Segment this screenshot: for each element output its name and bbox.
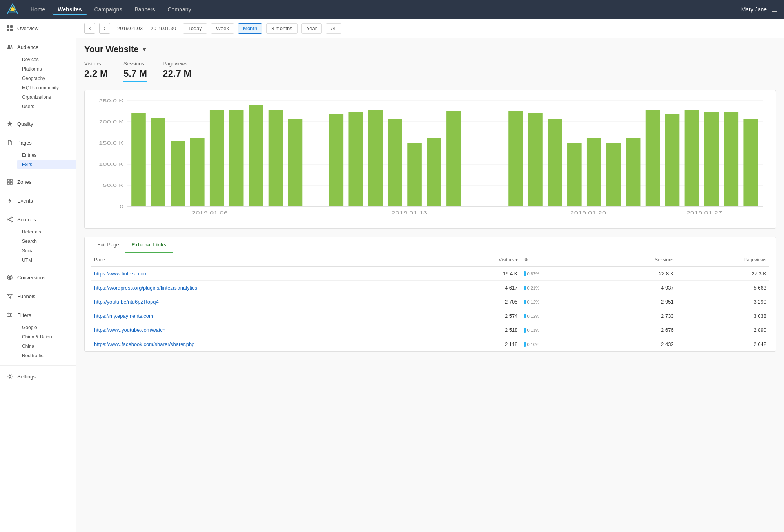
svg-rect-49	[249, 105, 263, 206]
sidebar-item-zones[interactable]: Zones	[0, 175, 76, 189]
svg-rect-57	[427, 138, 441, 206]
cell-page[interactable]: https://wordpress.org/plugins/finteza-an…	[91, 281, 440, 295]
tab-external-links[interactable]: External Links	[125, 237, 173, 253]
sidebar-sub-referrals[interactable]: Referrals	[17, 227, 76, 237]
nav-home[interactable]: Home	[25, 4, 51, 15]
svg-text:2019.01.13: 2019.01.13	[391, 210, 427, 215]
sidebar-item-settings[interactable]: Settings	[0, 369, 76, 384]
cell-page[interactable]: https://www.facebook.com/sharer/sharer.p…	[91, 337, 440, 351]
sidebar-item-pages[interactable]: Pages	[0, 136, 76, 150]
sidebar-sub-utm[interactable]: UTM	[17, 255, 76, 265]
date-prev-button[interactable]: ‹	[84, 23, 95, 34]
sidebar-sub-entries[interactable]: Entries	[17, 150, 76, 160]
sidebar-sub-exits[interactable]: Exits	[17, 160, 76, 169]
svg-text:0: 0	[120, 204, 123, 209]
svg-text:2019.01.27: 2019.01.27	[686, 210, 722, 215]
sidebar-sub-red-traffic[interactable]: Red traffic	[17, 351, 76, 360]
col-page: Page	[91, 253, 440, 267]
nav-banners[interactable]: Banners	[129, 4, 160, 15]
zap-icon	[6, 197, 13, 204]
svg-line-19	[9, 218, 11, 220]
svg-point-28	[10, 315, 11, 316]
website-header: Your Website ▼	[84, 44, 776, 54]
nav-company[interactable]: Company	[162, 4, 197, 15]
svg-rect-52	[329, 114, 344, 206]
svg-rect-48	[229, 110, 244, 206]
sidebar-item-filters[interactable]: Filters	[0, 308, 76, 322]
sidebar-sub-users[interactable]: Users	[17, 102, 76, 111]
svg-text:100.0 K: 100.0 K	[99, 162, 123, 166]
date-week-button[interactable]: Week	[211, 23, 234, 34]
cell-sessions: 2 951	[596, 295, 677, 309]
tab-exit-page[interactable]: Exit Page	[91, 237, 125, 253]
sidebar-item-quality[interactable]: Quality	[0, 117, 76, 131]
svg-point-3	[11, 7, 15, 11]
chart-area: 250.0 K 200.0 K 150.0 K 100.0 K 50.0 K 0	[91, 97, 769, 222]
sidebar-sub-organizations[interactable]: Organizations	[17, 92, 76, 102]
stat-pageviews[interactable]: Pageviews 22.7 M	[163, 61, 191, 82]
sidebar-item-sources[interactable]: Sources	[0, 212, 76, 226]
svg-rect-11	[7, 179, 9, 181]
sidebar-sub-google[interactable]: Google	[17, 323, 76, 332]
svg-rect-58	[508, 111, 523, 206]
website-dropdown[interactable]: ▼	[142, 46, 147, 52]
sidebar-sub-mql5[interactable]: MQL5.community	[17, 83, 76, 92]
date-month-button[interactable]: Month	[238, 23, 262, 34]
sidebar-item-conversions[interactable]: Conversions	[0, 270, 76, 284]
sidebar-sub-china-baidu[interactable]: China & Baidu	[17, 332, 76, 342]
filters-sub: Google China & Baidu China Red traffic	[0, 322, 76, 361]
svg-rect-13	[7, 182, 9, 184]
settings-icon	[6, 373, 13, 380]
cell-page[interactable]: https://www.finteza.com	[91, 267, 440, 281]
svg-text:50.0 K: 50.0 K	[103, 183, 123, 188]
date-today-button[interactable]: Today	[183, 23, 207, 34]
stat-sessions-label: Sessions	[123, 61, 147, 67]
svg-rect-66	[743, 119, 758, 206]
cell-pageviews: 3 290	[677, 295, 769, 309]
cell-pageviews: 2 642	[677, 337, 769, 351]
date-all-button[interactable]: All	[326, 23, 341, 34]
svg-rect-46	[190, 138, 205, 206]
sidebar-item-overview[interactable]: Overview	[0, 21, 76, 35]
sidebar-sub-china[interactable]: China	[17, 342, 76, 351]
svg-rect-54	[368, 110, 383, 206]
top-navigation: Home Websites Campaigns Banners Company …	[0, 0, 784, 19]
svg-rect-51	[288, 119, 303, 206]
svg-rect-70	[646, 110, 660, 206]
stats-row: Visitors 2.2 M Sessions 5.7 M Pageviews …	[84, 61, 776, 82]
stat-visitors[interactable]: Visitors 2.2 M	[84, 61, 108, 82]
svg-rect-12	[10, 179, 12, 181]
nav-websites[interactable]: Websites	[52, 4, 87, 15]
stat-pageviews-label: Pageviews	[163, 61, 191, 67]
sidebar-label-audience: Audience	[17, 44, 38, 50]
sidebar-sub-search[interactable]: Search	[17, 237, 76, 246]
sidebar-sub-geography[interactable]: Geography	[17, 74, 76, 83]
date-year-button[interactable]: Year	[301, 23, 322, 34]
col-visitors[interactable]: Visitors ▾	[440, 253, 521, 267]
svg-point-8	[8, 45, 10, 47]
cell-page[interactable]: https://my.epayments.com	[91, 309, 440, 323]
cell-page[interactable]: http://youtu.be/ntu6pZRopq4	[91, 295, 440, 309]
sidebar-item-events[interactable]: Events	[0, 194, 76, 208]
cell-pct: 0.87%	[521, 267, 596, 281]
sidebar-sub-devices[interactable]: Devices	[17, 55, 76, 64]
date-3months-button[interactable]: 3 months	[266, 23, 297, 34]
sidebar-item-audience[interactable]: Audience	[0, 40, 76, 54]
menu-icon[interactable]: ☰	[771, 5, 778, 14]
svg-rect-61	[567, 143, 582, 206]
svg-marker-15	[8, 198, 11, 203]
sidebar-sub-social[interactable]: Social	[17, 246, 76, 255]
stat-sessions[interactable]: Sessions 5.7 M	[123, 61, 147, 82]
col-pageviews: Pageviews	[677, 253, 769, 267]
sidebar-sub-platforms[interactable]: Platforms	[17, 64, 76, 74]
main-content: ‹ › 2019.01.03 — 2019.01.30 Today Week M…	[76, 19, 784, 532]
cell-page[interactable]: https://www.youtube.com/watch	[91, 323, 440, 337]
date-next-button[interactable]: ›	[99, 23, 110, 34]
cell-pct: 0.12%	[521, 295, 596, 309]
nav-campaigns[interactable]: Campaigns	[89, 4, 128, 15]
svg-rect-62	[587, 138, 601, 206]
sidebar-item-funnels[interactable]: Funnels	[0, 289, 76, 303]
pages-sub: Entries Exits	[0, 150, 76, 170]
users-icon	[6, 43, 13, 51]
sidebar-label-pages: Pages	[17, 140, 32, 146]
